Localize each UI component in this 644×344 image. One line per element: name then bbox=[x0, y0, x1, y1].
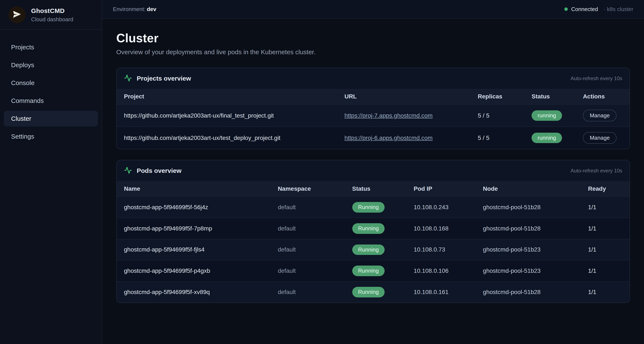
sidebar-item-deploys[interactable]: Deploys bbox=[4, 57, 98, 73]
sidebar-item-console[interactable]: Console bbox=[4, 75, 98, 91]
pod-status-badge: Running bbox=[352, 287, 385, 297]
pods-refresh-note: Auto-refresh every 10s bbox=[570, 168, 622, 174]
column-header-ready: Ready bbox=[581, 181, 630, 197]
projects-card-header: Projects overview Auto-refresh every 10s bbox=[117, 68, 630, 89]
activity-icon bbox=[124, 74, 132, 83]
project-row: https://github.com/artjeka2003art-ux/fin… bbox=[117, 104, 630, 127]
brand-text: GhostCMD Cloud dashboard bbox=[31, 7, 73, 23]
pod-status-badge: Running bbox=[352, 202, 385, 213]
pod-ip: 10.108.0.106 bbox=[406, 260, 476, 282]
pod-row: ghostcmd-app-5f94699f5f-7p8mp default Ru… bbox=[117, 218, 630, 239]
column-header-status: Status bbox=[524, 89, 576, 104]
cluster-note: · k8s cluster bbox=[604, 6, 633, 12]
page-subtitle: Overview of your deployments and live po… bbox=[116, 48, 630, 56]
column-header-url: URL bbox=[337, 89, 470, 104]
pod-node: ghostcmd-pool-51b23 bbox=[476, 239, 581, 260]
main-area: Environment:dev Connected · k8s cluster … bbox=[102, 0, 644, 344]
pod-name: ghostcmd-app-5f94699f5f-p4gxb bbox=[117, 260, 270, 282]
pods-card-header: Pods overview Auto-refresh every 10s bbox=[117, 160, 630, 181]
project-url-link[interactable]: https://proj-6.apps.ghostcmd.com bbox=[344, 135, 432, 141]
pod-ip: 10.108.0.168 bbox=[406, 218, 476, 239]
pod-row: ghostcmd-app-5f94699f5f-fjls4 default Ru… bbox=[117, 239, 630, 260]
pod-node: ghostcmd-pool-51b28 bbox=[476, 197, 581, 218]
pod-ip: 10.108.0.73 bbox=[406, 239, 476, 260]
brand-subtitle: Cloud dashboard bbox=[31, 16, 73, 23]
projects-refresh-note: Auto-refresh every 10s bbox=[570, 75, 622, 81]
pod-node: ghostcmd-pool-51b28 bbox=[476, 282, 581, 303]
sidebar: GhostCMD Cloud dashboard Projects Deploy… bbox=[0, 0, 102, 344]
project-status-badge: running bbox=[532, 110, 562, 121]
project-repo: https://github.com/artjeka2003art-ux/fin… bbox=[117, 104, 337, 127]
pod-namespace: default bbox=[270, 239, 345, 260]
pod-name: ghostcmd-app-5f94699f5f-56j4z bbox=[117, 197, 270, 218]
sidebar-item-projects[interactable]: Projects bbox=[4, 39, 98, 55]
pods-overview-card: Pods overview Auto-refresh every 10s Nam… bbox=[116, 160, 630, 303]
page-title: Cluster bbox=[116, 31, 630, 45]
content: Cluster Overview of your deployments and… bbox=[102, 19, 644, 344]
pod-node: ghostcmd-pool-51b28 bbox=[476, 218, 581, 239]
pod-namespace: default bbox=[270, 197, 345, 218]
environment-value: dev bbox=[147, 6, 156, 12]
manage-button[interactable]: Manage bbox=[583, 110, 616, 121]
sidebar-item-settings[interactable]: Settings bbox=[4, 129, 98, 144]
pods-card-title: Pods overview bbox=[137, 167, 182, 174]
connected-dot-icon bbox=[564, 7, 568, 11]
pod-name: ghostcmd-app-5f94699f5f-fjls4 bbox=[117, 239, 270, 260]
project-replicas: 5 / 5 bbox=[471, 127, 524, 149]
pod-ready: 1/1 bbox=[581, 197, 630, 218]
pod-name: ghostcmd-app-5f94699f5f-xv89q bbox=[117, 282, 270, 303]
column-header-replicas: Replicas bbox=[471, 89, 524, 104]
environment-indicator: Environment:dev bbox=[113, 6, 156, 12]
project-replicas: 5 / 5 bbox=[471, 104, 524, 127]
pod-status-badge: Running bbox=[352, 223, 385, 234]
pod-row: ghostcmd-app-5f94699f5f-56j4z default Ru… bbox=[117, 197, 630, 218]
brand-name: GhostCMD bbox=[31, 7, 73, 14]
connected-label: Connected bbox=[571, 6, 598, 12]
pod-name: ghostcmd-app-5f94699f5f-7p8mp bbox=[117, 218, 270, 239]
projects-overview-card: Projects overview Auto-refresh every 10s… bbox=[116, 68, 630, 149]
project-url-link[interactable]: https://proj-7.apps.ghostcmd.com bbox=[344, 112, 432, 119]
projects-card-title: Projects overview bbox=[137, 75, 191, 82]
pod-ip: 10.108.0.243 bbox=[406, 197, 476, 218]
column-header-name: Name bbox=[117, 181, 270, 197]
project-row: https://github.com/artjeka2003art-ux/tes… bbox=[117, 127, 630, 149]
pod-node: ghostcmd-pool-51b23 bbox=[476, 260, 581, 282]
column-header-status: Status bbox=[345, 181, 406, 197]
manage-button[interactable]: Manage bbox=[583, 132, 616, 144]
sidebar-item-commands[interactable]: Commands bbox=[4, 93, 98, 109]
column-header-project: Project bbox=[117, 89, 337, 104]
activity-icon bbox=[124, 166, 132, 175]
project-status-badge: running bbox=[532, 133, 562, 143]
pod-ready: 1/1 bbox=[581, 218, 630, 239]
brand-logo bbox=[8, 6, 26, 23]
pod-ready: 1/1 bbox=[581, 282, 630, 303]
sidebar-nav: Projects Deploys Console Commands Cluste… bbox=[0, 30, 102, 154]
rocket-icon bbox=[13, 10, 21, 19]
pod-namespace: default bbox=[270, 282, 345, 303]
projects-table-header-row: Project URL Replicas Status Actions bbox=[117, 89, 630, 104]
pods-table-header-row: Name Namespace Status Pod IP Node Ready bbox=[117, 181, 630, 197]
column-header-namespace: Namespace bbox=[270, 181, 345, 197]
column-header-actions: Actions bbox=[576, 89, 630, 104]
pod-status-badge: Running bbox=[352, 266, 385, 276]
projects-table: Project URL Replicas Status Actions http… bbox=[117, 89, 630, 149]
pod-row: ghostcmd-app-5f94699f5f-p4gxb default Ru… bbox=[117, 260, 630, 282]
column-header-node: Node bbox=[476, 181, 581, 197]
topbar: Environment:dev Connected · k8s cluster bbox=[102, 0, 644, 19]
environment-label: Environment: bbox=[113, 6, 146, 12]
pod-ready: 1/1 bbox=[581, 260, 630, 282]
column-header-pod-ip: Pod IP bbox=[406, 181, 476, 197]
pod-row: ghostcmd-app-5f94699f5f-xv89q default Ru… bbox=[117, 282, 630, 303]
pod-namespace: default bbox=[270, 260, 345, 282]
brand: GhostCMD Cloud dashboard bbox=[0, 0, 102, 30]
sidebar-item-cluster[interactable]: Cluster bbox=[4, 111, 98, 127]
pod-namespace: default bbox=[270, 218, 345, 239]
pod-ready: 1/1 bbox=[581, 239, 630, 260]
connection-status: Connected · k8s cluster bbox=[564, 6, 633, 12]
pods-table: Name Namespace Status Pod IP Node Ready … bbox=[117, 181, 630, 303]
pod-status-badge: Running bbox=[352, 244, 385, 255]
project-repo: https://github.com/artjeka2003art-ux/tes… bbox=[117, 127, 337, 149]
pod-ip: 10.108.0.161 bbox=[406, 282, 476, 303]
